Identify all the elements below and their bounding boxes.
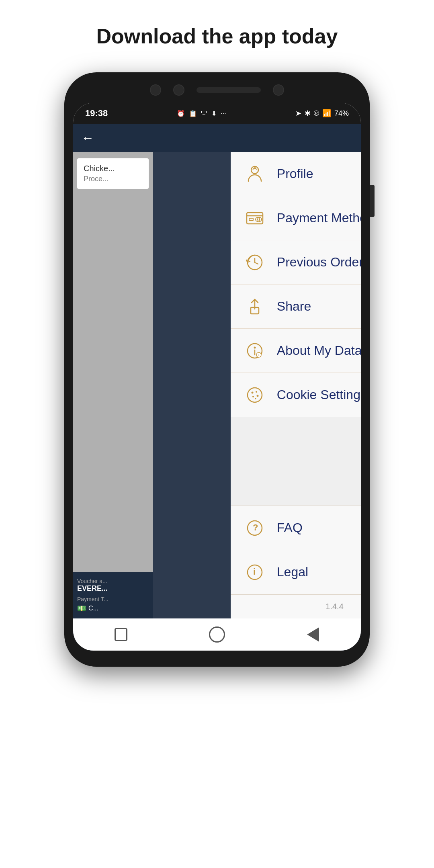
- status-center-icons: ⏰ 📋 🛡 ⬇ ···: [177, 110, 226, 117]
- app-header-bar: ←: [73, 124, 361, 152]
- svg-text:i: i: [253, 567, 256, 577]
- reg-icon: ®: [314, 109, 319, 118]
- menu-item-faq[interactable]: ? FAQ: [231, 506, 361, 550]
- nav-triangle-icon: [307, 627, 319, 642]
- about-my-data-icon: +: [243, 339, 267, 363]
- previous-orders-icon: [243, 250, 267, 274]
- svg-point-10: [254, 346, 256, 348]
- location-icon: ➤: [295, 109, 301, 118]
- signal-icon: 📶: [322, 109, 331, 118]
- nav-square-button[interactable]: [111, 624, 131, 645]
- behind-content: Chicke... Proce...: [73, 152, 153, 196]
- version-text: 1.4.4: [231, 594, 361, 618]
- svg-point-17: [252, 396, 254, 397]
- menu-item-legal[interactable]: i Legal: [231, 550, 361, 594]
- svg-text:+: +: [258, 353, 260, 357]
- shield-icon: 🛡: [201, 110, 207, 117]
- nav-home-button[interactable]: [207, 624, 227, 645]
- page-heading: Download the app today: [80, 24, 354, 48]
- faq-label: FAQ: [277, 520, 303, 535]
- legal-icon: i: [243, 560, 267, 584]
- menu-item-payment-methods[interactable]: Payment Methods: [231, 196, 361, 240]
- payment-value: C...: [88, 605, 98, 612]
- svg-point-19: [255, 398, 256, 399]
- menu-item-share[interactable]: Share: [231, 285, 361, 329]
- phone-screen: 19:38 ⏰ 📋 🛡 ⬇ ··· ➤ ✱ ® 📶 74% ←: [73, 103, 361, 651]
- camera-right: [273, 84, 284, 96]
- cookie-settings-icon: [243, 383, 267, 407]
- camera-left: [150, 84, 161, 96]
- battery-icon: 74%: [334, 109, 349, 118]
- svg-text:?: ?: [253, 522, 258, 532]
- svg-point-16: [256, 391, 257, 393]
- menu-item-about-my-data[interactable]: + About My Data: [231, 329, 361, 373]
- sim-icon: 📋: [189, 110, 197, 117]
- alarm-icon: ⏰: [177, 110, 185, 117]
- svg-point-18: [256, 395, 258, 397]
- order-title: Chicke...: [84, 164, 142, 173]
- navigation-bar: [73, 618, 361, 651]
- voucher-label: Voucher a...: [77, 578, 149, 584]
- nav-circle-icon: [209, 626, 225, 643]
- behind-content-dim: Chicke... Proce... Voucher a... EVERE...…: [73, 152, 153, 618]
- nav-square-icon: [115, 628, 127, 641]
- status-time: 19:38: [85, 108, 108, 119]
- profile-label: Profile: [277, 166, 313, 181]
- status-bar: 19:38 ⏰ 📋 🛡 ⬇ ··· ➤ ✱ ® 📶 74%: [73, 103, 361, 124]
- order-item: Chicke... Proce...: [77, 158, 149, 189]
- order-status: Proce...: [84, 175, 142, 183]
- speaker-bar: [197, 87, 261, 93]
- about-my-data-label: About My Data: [277, 343, 361, 358]
- menu-item-cookie-settings[interactable]: Cookie Settings: [231, 373, 361, 417]
- camera-center: [173, 84, 184, 96]
- behind-bottom: Voucher a... EVERE... Payment T... 💵 C..…: [73, 572, 153, 618]
- payment-label: Payment T...: [77, 596, 149, 602]
- nav-back-button[interactable]: [303, 624, 323, 645]
- svg-rect-3: [249, 218, 253, 221]
- faq-icon: ?: [243, 516, 267, 540]
- side-drawer: Profile: [231, 152, 361, 618]
- voucher-code: EVERE...: [77, 584, 149, 593]
- previous-orders-label: Previous Orders: [277, 255, 361, 270]
- drawer-wrapper: Chicke... Proce... Voucher a... EVERE...…: [73, 152, 361, 618]
- payment-methods-icon: [243, 206, 267, 230]
- phone-camera-bar: [73, 84, 361, 96]
- drawer-spacer: [231, 417, 361, 506]
- payment-row: 💵 C...: [77, 604, 149, 613]
- app-content: ← Chicke... Proce... Voucher a...: [73, 124, 361, 651]
- cookie-settings-label: Cookie Settings: [277, 387, 361, 402]
- drawer-main-menu: Profile: [231, 152, 361, 417]
- download-icon: ⬇: [211, 110, 217, 117]
- payment-methods-label: Payment Methods: [277, 211, 361, 225]
- bluetooth-icon: ✱: [305, 109, 311, 118]
- svg-point-0: [251, 166, 258, 174]
- back-button[interactable]: ←: [81, 131, 94, 145]
- svg-point-15: [251, 391, 253, 393]
- status-right-icons: ➤ ✱ ® 📶 74%: [295, 109, 349, 118]
- share-label: Share: [277, 299, 311, 314]
- legal-label: Legal: [277, 565, 308, 579]
- svg-point-14: [248, 388, 262, 402]
- share-icon: [243, 295, 267, 319]
- volume-button: [370, 185, 375, 217]
- profile-icon: [243, 162, 267, 186]
- drawer-bottom-menu: ? FAQ i: [231, 506, 361, 594]
- menu-item-previous-orders[interactable]: Previous Orders: [231, 240, 361, 285]
- payment-icon: 💵: [77, 604, 86, 613]
- menu-item-profile[interactable]: Profile: [231, 152, 361, 196]
- more-icon: ···: [221, 110, 226, 117]
- phone-mockup: 19:38 ⏰ 📋 🛡 ⬇ ··· ➤ ✱ ® 📶 74% ←: [64, 72, 370, 667]
